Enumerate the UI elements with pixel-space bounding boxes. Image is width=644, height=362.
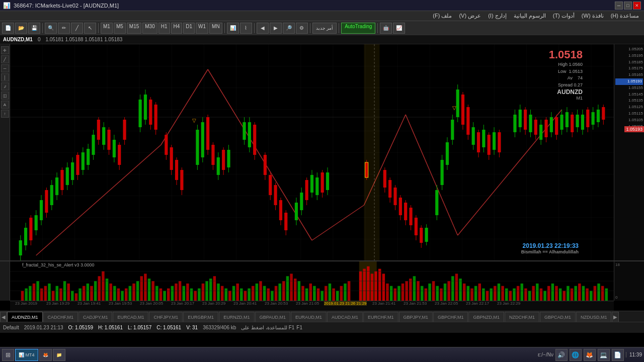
tab-cadjpy-m1[interactable]: CADJPY,M1 [78,312,112,322]
network-icon[interactable]: 🌐 [570,349,582,361]
minimize-button[interactable]: ─ [615,2,623,10]
candlestick-button[interactable]: 📊 [227,23,239,34]
timeframe-m15[interactable]: M15 [127,23,141,34]
time-axis: 23 Jan 2019 23 Jan 19:29 23 Jan 19:41 23… [10,301,614,311]
tab-cadchf-m1[interactable]: CADCHF,M1 [43,312,78,322]
taskbar-explorer[interactable]: 💻 [598,349,610,361]
svg-rect-82 [227,150,230,167]
tab-scroll-right[interactable]: ▶ [612,312,619,322]
time-label-5: 23 Jan 20:17 [171,301,194,306]
svg-rect-268 [278,284,281,301]
close-button[interactable]: ✕ [633,2,641,10]
fib-tool[interactable]: ◫ [1,92,9,100]
timeframe-h4[interactable]: H4 [171,23,183,34]
svg-rect-326 [505,289,508,301]
svg-rect-224 [109,284,112,301]
tab-nzdchf-m1[interactable]: NZDCHF,M1 [505,312,539,322]
tab-gbpaud-m1[interactable]: GBPAUD,M1 [255,312,290,322]
save-button[interactable]: 💾 [28,23,40,34]
svg-rect-112 [326,172,329,190]
svg-rect-340 [559,289,561,301]
cursor-button[interactable]: ↖ [84,23,96,34]
sound-icon[interactable]: 🔊 [555,349,568,361]
line-tool[interactable]: ╱ [1,55,9,63]
crosshair-tool[interactable]: ✛ [1,46,9,54]
taskbar-app-2[interactable]: 🦊 [39,349,52,361]
timeframe-h1[interactable]: H1 [158,23,170,34]
toolbar: 📄 📂 💾 🔍 ✏ ╱ ↖ M1 M5 M15 M30 H1 H4 D1 W1 … [0,21,644,35]
svg-rect-298 [397,286,400,301]
taskbar-app-3[interactable]: 📁 [53,349,65,361]
svg-rect-336 [543,291,546,301]
tab-eurgbp-m1[interactable]: EURGBP,M1 [183,312,218,322]
timeframe-mn[interactable]: MN [209,23,222,34]
text-tool[interactable]: A [1,101,9,109]
svg-rect-90 [264,155,267,175]
svg-rect-156 [488,135,491,155]
arrow-tool[interactable]: ↑ [1,110,9,118]
mt4-taskbar-button[interactable]: 📊 MT4 [15,349,38,361]
zoom-in-button[interactable]: 🔍 [45,23,57,34]
tab-audcad-m1[interactable]: AUDCAD,M1 [327,312,363,322]
properties-button[interactable]: ⚙ [296,23,308,34]
draw-button[interactable]: ✏ [58,23,70,34]
indicators-button[interactable]: 📈 [393,23,405,34]
tab-gbpjpy-m1[interactable]: GBPJPY,M1 [399,312,433,322]
open-button[interactable]: 📂 [15,23,27,34]
vline-tool[interactable]: │ [1,73,9,81]
svg-rect-182 [566,112,569,127]
hline-tool[interactable]: ─ [1,64,9,72]
tab-audnzd-m1[interactable]: AUDNZD,M1 [7,312,43,322]
tab-eurcad-m1[interactable]: EURCAD,M1 [113,312,148,322]
taskbar-file[interactable]: 📄 [612,349,624,361]
tab-gbpnzd-m1[interactable]: GBPNZD,M1 [468,312,504,322]
autotrading-button[interactable]: AutoTrading [341,23,375,34]
menu-insert[interactable]: إدارج (I) [485,12,509,20]
bar-button[interactable]: ⌇ [240,23,252,34]
menu-help[interactable]: مساعدة (H) [608,12,642,20]
datetime-sub: Bismillah == Alhamdulillah [521,249,579,254]
menu-window[interactable]: نافذة (W) [579,12,607,20]
timeframe-m30[interactable]: M30 [142,23,157,34]
tab-scroll-left[interactable]: ◀ [0,312,7,322]
svg-rect-250 [209,279,212,301]
svg-rect-218 [87,284,89,301]
zoom-out-btn[interactable]: 🔎 [283,23,295,34]
svg-rect-16 [29,218,32,240]
scroll-left-button[interactable]: ◀ [257,23,269,34]
svg-rect-288 [359,272,362,301]
time-label-4: 23 Jan 20:05 [140,301,163,306]
svg-rect-96 [279,200,282,220]
restore-button[interactable]: □ [624,2,632,10]
svg-rect-277 [313,286,315,301]
menu-view[interactable]: عرض (V) [456,12,484,20]
scroll-right-button[interactable]: ▶ [270,23,282,34]
expert-button[interactable]: 🤖 [380,23,392,34]
tab-eurchf-m1[interactable]: EURCHF,M1 [363,312,398,322]
line-button[interactable]: ╱ [71,23,83,34]
tab-gbpchf-m1[interactable]: GBPCHF,M1 [433,312,468,322]
chart-area[interactable]: ▽ △ ▽ 1.0518 High 1.0560 Low 1.0513 Av 7… [10,44,614,260]
datetime-overlay: 2019.01.23 22:19:33 Bismillah == Alhamdu… [521,242,579,254]
tab-eurnzd-m1[interactable]: EURNZD,M1 [219,312,255,322]
svg-rect-301 [409,279,412,301]
tab-chfjpy-m1[interactable]: CHFJPY,M1 [149,312,183,322]
menu-file[interactable]: ملف (F) [430,12,455,20]
timeframe-d1[interactable]: D1 [183,23,195,34]
volume-left-toolbar [0,261,10,301]
tab-nzdusd-m1[interactable]: NZDUSD,M1 [576,312,612,322]
channel-tool[interactable]: ⫽ [1,82,9,90]
menu-tools[interactable]: أدوات (T) [550,12,578,20]
taskbar-firefox[interactable]: 🦊 [584,349,596,361]
tab-euraud-m1[interactable]: EURAUD,M1 [291,312,327,322]
menu-charts[interactable]: الرسوم البيانية [511,12,549,20]
svg-rect-64 [170,147,173,170]
tab-gbpcad-m1[interactable]: GBPCAD,M1 [540,312,576,322]
new-chart-button[interactable]: 📄 [2,23,14,34]
timeframe-m5[interactable]: M5 [114,23,126,34]
timeframe-w1[interactable]: W1 [196,23,208,34]
timeframe-m1[interactable]: M1 [101,23,113,34]
svg-rect-120 [388,180,391,198]
start-button[interactable]: ⊞ [2,349,14,361]
new-order-button[interactable]: أمر جديد [312,23,337,34]
